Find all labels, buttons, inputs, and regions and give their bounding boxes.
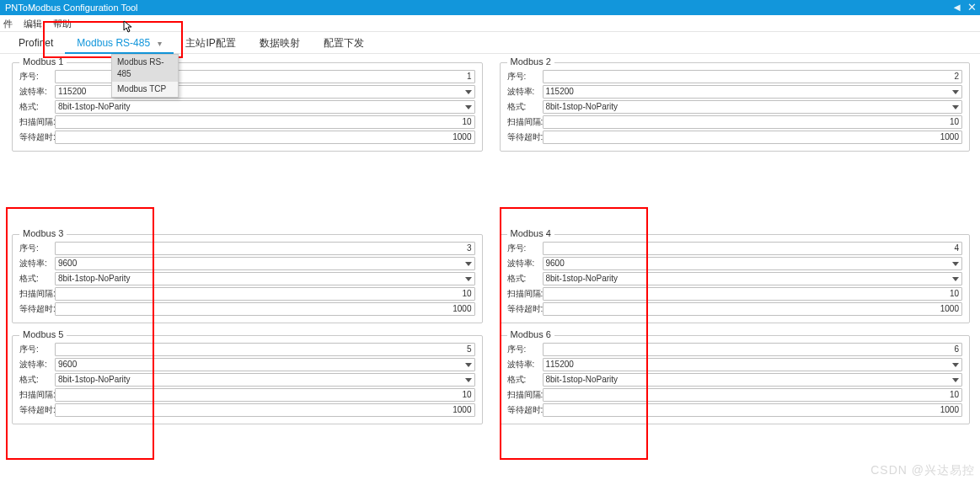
tab-label: 主站IP配置 [185, 37, 235, 49]
format-select[interactable]: 8bit-1stop-NoParity [55, 373, 475, 387]
dropdown-item-rs485[interactable]: Modbus RS-485 [112, 55, 178, 82]
title-bar: PNToModbus Configuration Tool ◄ ✕ [0, 0, 980, 15]
format-select[interactable]: 8bit-1stop-NoParity [543, 100, 963, 114]
baud-select[interactable]: 9600 [543, 257, 963, 270]
format-select[interactable]: 8bit-1stop-NoParity [543, 272, 963, 285]
label-scan: 扫描间隔: [19, 288, 51, 300]
seq-input[interactable]: 4 [543, 242, 963, 255]
tab-profinet[interactable]: Profinet [7, 32, 65, 54]
scan-input[interactable]: 10 [543, 115, 963, 129]
spacer [12, 163, 970, 222]
dropdown-item-tcp[interactable]: Modbus TCP [112, 82, 178, 97]
wait-input[interactable]: 1000 [55, 302, 475, 316]
group-title: Modbus 4 [507, 228, 554, 238]
group-title: Modbus 6 [507, 329, 554, 339]
titlebar-right: ◄ ✕ [951, 0, 977, 15]
label-wait: 等待超时: [19, 131, 51, 143]
menu-edit[interactable]: 编辑 [24, 19, 42, 29]
scan-input[interactable]: 10 [55, 115, 475, 129]
wait-input[interactable]: 1000 [543, 302, 963, 316]
gear-icon[interactable]: ✕ [967, 0, 977, 15]
label-wait: 等待超时: [507, 404, 539, 416]
format-select[interactable]: 8bit-1stop-NoParity [55, 272, 475, 285]
wait-input[interactable]: 1000 [543, 131, 963, 144]
menu-file[interactable]: 件 [3, 19, 13, 29]
label-seq: 序号: [507, 344, 539, 355]
label-scan: 扫描间隔: [19, 389, 51, 401]
label-wait: 等待超时: [19, 303, 51, 315]
label-seq: 序号: [507, 71, 539, 83]
scan-input[interactable]: 10 [543, 287, 963, 301]
seq-input[interactable]: 6 [543, 343, 963, 356]
tab-strip: Profinet Modbus RS-485 ▾ 主站IP配置 数据映射 配置下… [0, 32, 980, 54]
label-baud: 波特率: [19, 359, 51, 371]
app-title: PNToModbus Configuration Tool [5, 3, 138, 13]
tab-dropdown[interactable]: Modbus RS-485 Modbus TCP [111, 54, 179, 98]
group-modbus-1: Modbus 1 序号: 1 波特率: 115200 格式: 8bit-1sto… [12, 62, 483, 152]
group-title: Modbus 2 [507, 56, 554, 67]
group-title: Modbus 3 [19, 228, 67, 238]
label-scan: 扫描间隔: [19, 116, 51, 128]
pin-icon[interactable]: ◄ [951, 0, 962, 15]
baud-select[interactable]: 9600 [55, 358, 475, 371]
label-seq: 序号: [507, 243, 539, 254]
label-wait: 等待超时: [19, 404, 51, 416]
label-format: 格式: [19, 374, 51, 386]
group-modbus-2: Modbus 2 序号: 2 波特率: 115200 格式: 8bit-1sto… [500, 62, 971, 152]
group-modbus-4: Modbus 4 序号: 4 波特率: 9600 格式: 8bit-1stop-… [500, 234, 971, 323]
baud-select[interactable]: 115200 [543, 358, 963, 371]
wait-input[interactable]: 1000 [55, 403, 475, 417]
group-modbus-6: Modbus 6 序号: 6 波特率: 115200 格式: 8bit-1sto… [500, 335, 971, 424]
format-select[interactable]: 8bit-1stop-NoParity [543, 373, 963, 387]
label-format: 格式: [507, 273, 539, 285]
baud-select[interactable]: 115200 [543, 85, 963, 99]
close-icon[interactable]: ▾ [158, 39, 162, 48]
seq-input[interactable]: 2 [543, 70, 963, 83]
label-format: 格式: [19, 101, 51, 113]
label-baud: 波特率: [507, 258, 539, 269]
label-scan: 扫描间隔: [507, 116, 539, 128]
label-scan: 扫描间隔: [507, 389, 539, 401]
label-seq: 序号: [19, 71, 51, 83]
wait-input[interactable]: 1000 [55, 131, 475, 144]
group-title: Modbus 5 [19, 329, 67, 339]
scan-input[interactable]: 10 [55, 388, 475, 402]
watermark: CSDN @兴达易控 [870, 463, 975, 478]
label-scan: 扫描间隔: [507, 288, 539, 300]
menu-bar: 件 编辑 帮助 [0, 15, 980, 32]
label-seq: 序号: [19, 344, 51, 355]
label-wait: 等待超时: [507, 131, 539, 143]
label-seq: 序号: [19, 243, 51, 254]
group-title: Modbus 1 [19, 56, 67, 67]
label-baud: 波特率: [507, 86, 539, 98]
label-baud: 波特率: [19, 258, 51, 269]
scan-input[interactable]: 10 [543, 388, 963, 402]
group-modbus-3: Modbus 3 序号: 3 波特率: 9600 格式: 8bit-1stop-… [12, 234, 483, 323]
tab-label: 配置下发 [324, 37, 364, 49]
group-modbus-5: Modbus 5 序号: 5 波特率: 9600 格式: 8bit-1stop-… [12, 335, 483, 424]
label-baud: 波特率: [507, 359, 539, 371]
format-select[interactable]: 8bit-1stop-NoParity [55, 100, 475, 114]
baud-select[interactable]: 9600 [55, 257, 475, 270]
seq-input[interactable]: 3 [55, 242, 475, 255]
label-baud: 波特率: [19, 86, 51, 98]
scan-input[interactable]: 10 [55, 287, 475, 301]
work-area: Modbus 1 序号: 1 波特率: 115200 格式: 8bit-1sto… [0, 54, 980, 428]
label-format: 格式: [507, 374, 539, 386]
label-format: 格式: [19, 273, 51, 285]
menu-help[interactable]: 帮助 [53, 19, 72, 29]
tab-modbus-rs485[interactable]: Modbus RS-485 ▾ [65, 32, 174, 54]
tab-data-mapping[interactable]: 数据映射 [248, 32, 312, 54]
tab-label: Modbus RS-485 [77, 37, 150, 49]
label-wait: 等待超时: [507, 303, 539, 315]
seq-input[interactable]: 5 [55, 343, 475, 356]
tab-label: Profinet [19, 37, 53, 49]
wait-input[interactable]: 1000 [543, 403, 963, 417]
tab-master-ip[interactable]: 主站IP配置 [174, 32, 247, 54]
label-format: 格式: [507, 101, 539, 113]
tab-label: 数据映射 [260, 37, 300, 49]
tab-config-deploy[interactable]: 配置下发 [312, 32, 376, 54]
